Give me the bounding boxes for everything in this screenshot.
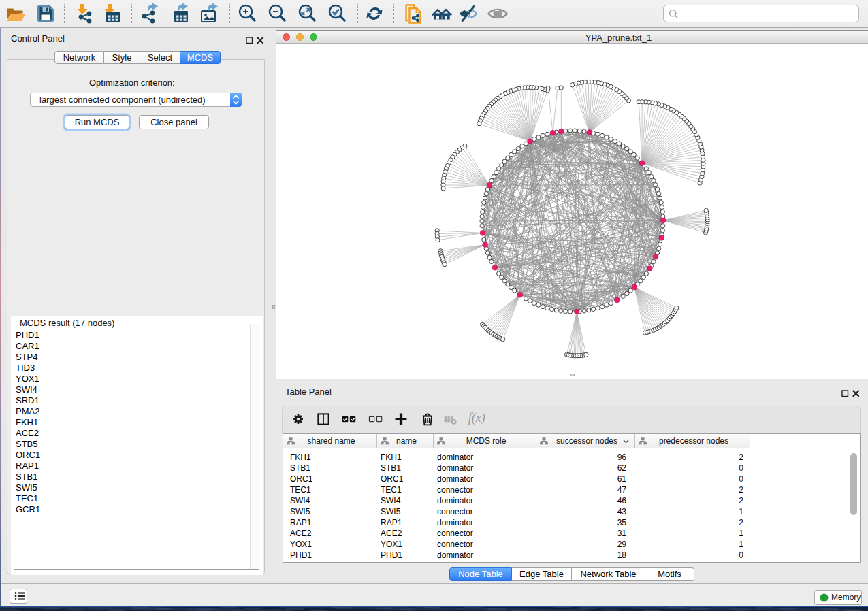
svg-text:f(x): f(x) [468, 412, 485, 426]
